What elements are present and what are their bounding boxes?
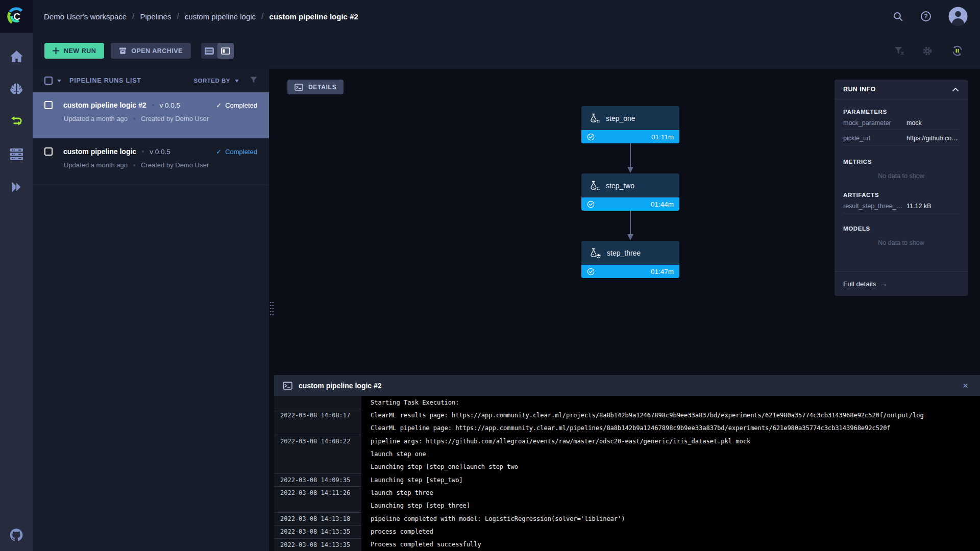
filter-clear-icon: [894, 46, 904, 55]
pipeline-node-step-two[interactable]: step_two 01:44m: [581, 173, 679, 211]
check-icon: ✓: [216, 102, 222, 109]
log-timestamp: [274, 422, 361, 435]
full-details-label: Full details: [843, 280, 876, 288]
actions-toolbar: NEW RUN OPEN ARCHIVE: [33, 33, 980, 69]
run-version: v 0.0.5: [150, 148, 170, 156]
run-title: custom pipeline logic: [63, 147, 136, 156]
pipeline-node-step-three[interactable]: step_three 01:47m: [581, 241, 679, 278]
new-run-button[interactable]: NEW RUN: [44, 43, 104, 59]
log-message: launch step one: [361, 447, 980, 460]
log-timestamp: 2022-03-08 14:13:35: [274, 525, 361, 538]
log-timestamp: [274, 461, 361, 473]
log-timestamp: 2022-03-08 14:08:22: [274, 435, 361, 447]
node-name: step_two: [606, 182, 634, 190]
model-icon: [588, 248, 602, 258]
breadcrumb-workspace[interactable]: Demo User's workspace: [44, 12, 127, 21]
artifact-row: result_step_three_… 11.12 kB: [843, 199, 959, 213]
pipeline-node-step-one[interactable]: step_one 01:11m: [581, 106, 679, 143]
search-icon: [893, 11, 903, 22]
parameter-value: mock: [906, 119, 959, 127]
select-all-checkbox[interactable]: [44, 77, 53, 85]
run-updated: Updated a month ago: [64, 161, 128, 169]
artifact-key: result_step_three_…: [843, 203, 906, 210]
runs-list-title: PIPELINE RUNS LIST: [69, 77, 141, 84]
sorted-by-caret-icon[interactable]: [235, 80, 239, 82]
help-icon: ?: [920, 11, 932, 22]
dot-separator: [133, 118, 135, 120]
log-message: Launching step [step_two]: [361, 473, 980, 486]
check-circle-icon: [587, 268, 595, 276]
sidebar-item-projects[interactable]: [0, 79, 33, 99]
clearml-logo-icon: C: [6, 6, 27, 27]
new-run-label: NEW RUN: [64, 47, 96, 55]
settings-button[interactable]: [922, 46, 933, 56]
console-header: custom pipeline logic #2 ×: [274, 375, 980, 396]
parameter-value[interactable]: https://github.com…: [906, 135, 959, 142]
collapse-panel-button[interactable]: [952, 87, 959, 92]
list-filter-button[interactable]: [250, 76, 257, 85]
user-avatar[interactable]: [948, 7, 968, 26]
sidebar-nav: [0, 33, 33, 551]
avatar-icon: [948, 7, 968, 26]
plus-icon: [53, 47, 59, 54]
log-timestamp: [274, 396, 361, 409]
open-archive-button[interactable]: OPEN ARCHIVE: [111, 43, 191, 59]
log-message: pipeline completed with model: LogisticR…: [361, 512, 980, 525]
run-meta: Updated a month ago Created by Demo User: [64, 161, 257, 169]
sidebar-item-github[interactable]: [0, 528, 33, 542]
split-view-button[interactable]: [217, 43, 234, 59]
auto-refresh-button[interactable]: [951, 44, 964, 57]
view-mode-toggle: [201, 43, 234, 59]
table-view-button[interactable]: [201, 43, 217, 59]
run-created-by: Created by Demo User: [141, 115, 209, 122]
experiment-icon: [588, 181, 601, 191]
runs-list-header: PIPELINE RUNS LIST SORTED BY: [33, 69, 269, 92]
chevron-up-icon: [952, 87, 959, 92]
details-label: DETAILS: [308, 84, 336, 91]
full-details-link[interactable]: Full details →: [835, 271, 968, 296]
artifacts-section-label: ARTIFACTS: [843, 192, 959, 198]
panel-resize-handle[interactable]: [269, 300, 274, 317]
edge-step-one-to-two: [627, 143, 634, 173]
parameter-key: mock_parameter: [843, 119, 906, 127]
archive-icon: [119, 47, 127, 55]
help-button[interactable]: ?: [920, 11, 932, 22]
sorted-by-button[interactable]: SORTED BY: [193, 78, 230, 84]
experiment-icon: [588, 113, 601, 123]
split-view-icon: [221, 47, 230, 55]
status-badge: ✓ Completed: [216, 148, 257, 156]
svg-text:?: ?: [924, 13, 927, 20]
log-timestamp: 2022-03-08 14:08:17: [274, 409, 361, 421]
sidebar-item-reports[interactable]: [0, 177, 33, 197]
log-timestamp: 2022-03-08 14:11:26: [274, 486, 361, 499]
console-log[interactable]: Starting Task Execution: 2022-03-08 14:0…: [274, 396, 980, 551]
run-checkbox[interactable]: [44, 147, 53, 156]
search-button[interactable]: [893, 11, 903, 22]
pipeline-runs-panel: PIPELINE RUNS LIST SORTED BY custom pipe…: [33, 69, 269, 551]
select-all-caret-icon[interactable]: [57, 80, 61, 82]
top-bar: C Demo User's workspace / Pipelines / cu…: [0, 0, 980, 33]
run-list-item-selected[interactable]: custom pipeline logic #2 v 0.0.5 ✓ Compl…: [33, 92, 269, 139]
breadcrumb-pipelines[interactable]: Pipelines: [140, 12, 172, 21]
clearml-logo[interactable]: C: [0, 0, 33, 33]
breadcrumb-pipeline-project[interactable]: custom pipeline logic: [185, 12, 256, 21]
run-list-item[interactable]: custom pipeline logic v 0.0.5 ✓ Complete…: [33, 139, 269, 185]
sidebar-item-home[interactable]: [0, 46, 33, 66]
run-title: custom pipeline logic #2: [63, 101, 146, 109]
breadcrumb-current-run: custom pipeline logic #2: [270, 12, 358, 21]
log-message: Starting Task Execution:: [361, 396, 980, 409]
artifact-value: 11.12 kB: [906, 203, 959, 210]
dot-separator: [133, 164, 135, 166]
clear-filters-button[interactable]: [894, 46, 904, 55]
close-console-button[interactable]: ×: [960, 380, 971, 391]
parameters-section-label: PARAMETERS: [843, 109, 959, 115]
arrow-right-icon: →: [880, 280, 888, 288]
log-timestamp: [274, 447, 361, 460]
sidebar-item-pipelines-active[interactable]: [0, 111, 33, 132]
sidebar-item-datasets[interactable]: [0, 144, 33, 164]
run-checkbox[interactable]: [44, 101, 53, 109]
datasets-icon: [10, 148, 23, 161]
log-message: Process completed successfully: [361, 538, 980, 551]
pipelines-icon: [9, 114, 23, 129]
details-button[interactable]: DETAILS: [287, 80, 344, 94]
